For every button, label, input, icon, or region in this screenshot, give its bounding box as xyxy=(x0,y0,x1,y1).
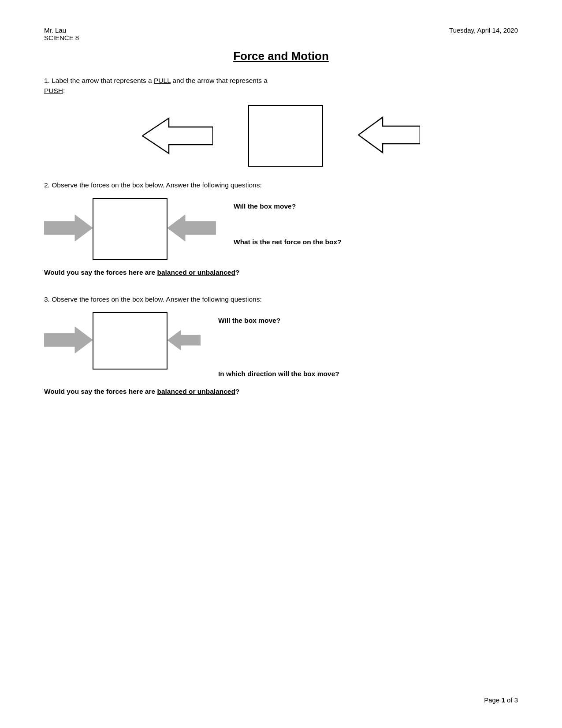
q2-net-force-label: What is the net force on the box? xyxy=(234,237,375,247)
q2-right-side: Will the box move? What is the net force… xyxy=(234,198,375,247)
q3-balanced-text: Would you say the forces here are xyxy=(44,388,157,395)
q2-center-box xyxy=(93,198,167,260)
question-1-block: 1. Label the arrow that represents a PUL… xyxy=(44,75,518,167)
page-footer: Page 1 of 3 xyxy=(484,696,518,704)
q3-big-right-arrow xyxy=(44,327,93,355)
q1-text-part2: and the arrow that represents a xyxy=(171,77,268,84)
q2-balanced-end: ? xyxy=(235,269,239,276)
class-name: SCIENCE 8 xyxy=(44,34,79,41)
q2-number: 2. xyxy=(44,181,50,189)
page-title: Force and Motion xyxy=(44,49,518,63)
q3-center-box xyxy=(93,312,167,370)
question-1-text: 1. Label the arrow that represents a PUL… xyxy=(44,75,518,96)
q1-right-arrow xyxy=(358,115,420,157)
q2-text: Observe the forces on the box below. Ans… xyxy=(52,181,261,189)
question-2-block: 2. Observe the forces on the box below. … xyxy=(44,180,518,276)
footer-end: of 3 xyxy=(505,696,518,704)
q1-center-box xyxy=(248,105,323,167)
q3-direction-label: In which direction will the box move? xyxy=(218,369,359,379)
footer-text: Page xyxy=(484,696,501,704)
q3-right-side: Will the box move? In which direction wi… xyxy=(218,312,359,379)
q1-number: 1. xyxy=(44,77,50,84)
q3-balanced-question: Would you say the forces here are balanc… xyxy=(44,388,518,396)
title-section: Force and Motion xyxy=(44,49,518,63)
svg-marker-5 xyxy=(167,330,201,350)
q1-push: PUSH xyxy=(44,87,63,94)
svg-marker-1 xyxy=(358,117,420,153)
q2-balanced-text: Would you say the forces here are xyxy=(44,269,157,276)
q1-end: : xyxy=(63,87,65,94)
q3-diagram-row: Will the box move? In which direction wi… xyxy=(44,312,518,379)
page: Mr. Lau SCIENCE 8 Tuesday, April 14, 202… xyxy=(0,0,562,728)
question-3-text: 3. Observe the forces on the box below. … xyxy=(44,294,518,304)
q3-balanced-end: ? xyxy=(235,388,239,395)
q2-will-move-label: Will the box move? xyxy=(234,202,375,210)
teacher-name: Mr. Lau xyxy=(44,26,79,34)
q3-diagram-left xyxy=(44,312,201,370)
q1-left-arrow xyxy=(142,116,213,156)
q3-text: Observe the forces on the box below. Ans… xyxy=(52,295,261,303)
q1-diagram xyxy=(44,105,518,167)
header-date: Tuesday, April 14, 2020 xyxy=(449,26,518,41)
svg-marker-3 xyxy=(167,215,216,241)
q3-balanced-underline: balanced or unbalanced xyxy=(157,388,235,395)
q2-diagram-row: Will the box move? What is the net force… xyxy=(44,198,518,260)
header-left: Mr. Lau SCIENCE 8 xyxy=(44,26,79,41)
footer-page-num: 1 xyxy=(501,696,505,704)
q3-small-left-arrow xyxy=(167,330,201,352)
svg-marker-2 xyxy=(44,215,93,241)
svg-marker-4 xyxy=(44,327,93,353)
q3-number: 3. xyxy=(44,295,50,303)
q2-balanced-question: Would you say the forces here are balanc… xyxy=(44,269,518,276)
q2-left-arrow xyxy=(167,215,216,243)
q1-pull: PULL xyxy=(154,77,171,84)
q3-will-move-label: Will the box move? xyxy=(218,317,359,325)
header-row: Mr. Lau SCIENCE 8 Tuesday, April 14, 202… xyxy=(44,26,518,41)
svg-marker-0 xyxy=(142,118,213,153)
q2-right-arrow xyxy=(44,215,93,243)
q2-diagram-left xyxy=(44,198,216,260)
question-2-text: 2. Observe the forces on the box below. … xyxy=(44,180,518,190)
question-3-block: 3. Observe the forces on the box below. … xyxy=(44,294,518,396)
q2-balanced-underline: balanced or unbalanced xyxy=(157,269,235,276)
q1-text-part1: Label the arrow that represents a xyxy=(52,77,154,84)
